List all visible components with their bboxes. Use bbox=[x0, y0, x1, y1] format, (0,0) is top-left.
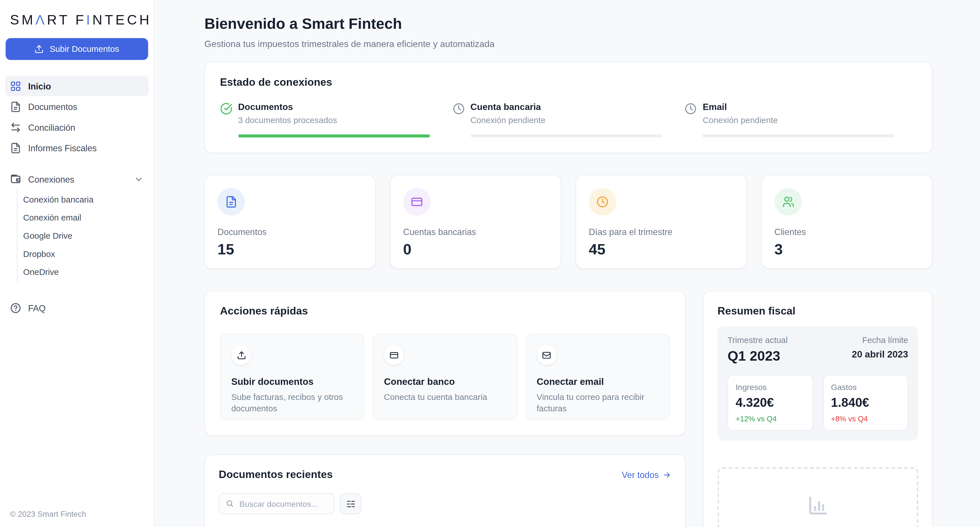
dashboard-icon bbox=[10, 80, 21, 91]
sidebar-item-informes-fiscales[interactable]: Informes Fiscales bbox=[5, 138, 149, 158]
sidebar: SMΛRTFINTECH Subir Documentos Inicio Doc… bbox=[0, 0, 154, 527]
view-all-link[interactable]: Ver todos bbox=[622, 470, 671, 480]
metric-value: 4.320€ bbox=[735, 396, 805, 410]
stat-card-clientes: Clientes 3 bbox=[761, 175, 932, 269]
action-description: Conecta tu cuenta bancaria bbox=[384, 392, 506, 403]
stat-label: Documentos bbox=[217, 227, 363, 237]
swap-arrows-icon bbox=[10, 122, 21, 133]
action-title: Conectar email bbox=[537, 376, 659, 387]
insufficient-data-text: Datos insuficientes bbox=[775, 525, 861, 527]
metric-delta: +8% vs Q4 bbox=[831, 414, 900, 423]
sidebar-item-label: FAQ bbox=[28, 303, 46, 313]
status-cuenta-bancaria: Cuenta bancaria Conexión pendiente bbox=[452, 102, 684, 138]
metric-gastos: Gastos 1.840€ +8% vs Q4 bbox=[823, 375, 908, 430]
brand-logo: SMΛRTFINTECH bbox=[0, 0, 154, 36]
help-circle-icon bbox=[10, 302, 21, 314]
metric-label: Gastos bbox=[831, 382, 900, 392]
quick-actions-card: Acciones rápidas Subir documentos Sube f… bbox=[204, 291, 686, 436]
main-content: Bienvenido a Smart Fintech Gestiona tus … bbox=[154, 0, 980, 527]
deadline-value: 20 abril 2023 bbox=[852, 349, 908, 359]
chevron-down-icon bbox=[134, 174, 143, 184]
wallet-icon bbox=[10, 174, 21, 185]
check-circle-icon bbox=[220, 103, 232, 115]
stat-value: 3 bbox=[774, 241, 919, 258]
sidebar-item-label: Conciliación bbox=[28, 122, 75, 132]
status-name: Email bbox=[703, 102, 894, 112]
fiscal-summary-title: Resumen fiscal bbox=[718, 305, 918, 318]
sidebar-subitem-conexion-bancaria[interactable]: Conexión bancaria bbox=[18, 191, 154, 209]
sidebar-section-conexiones: Conexiones Conexión bancaria Conexión em… bbox=[0, 169, 154, 282]
upload-documents-label: Subir Documentos bbox=[49, 45, 119, 54]
metric-label: Ingresos bbox=[735, 382, 805, 392]
deadline-label: Fecha límite bbox=[852, 336, 908, 345]
stat-value: 0 bbox=[403, 241, 548, 258]
page-subtitle: Gestiona tus impuestos trimestrales de m… bbox=[204, 39, 932, 49]
status-name: Cuenta bancaria bbox=[470, 102, 662, 112]
arrow-right-icon bbox=[663, 471, 671, 479]
sidebar-item-label: Informes Fiscales bbox=[28, 143, 97, 153]
sidebar-item-conexiones[interactable]: Conexiones bbox=[5, 169, 149, 189]
credit-card-icon bbox=[389, 350, 399, 360]
users-icon bbox=[782, 196, 795, 208]
status-name: Documentos bbox=[238, 102, 430, 112]
upload-icon bbox=[237, 350, 246, 360]
search-documents-input[interactable] bbox=[219, 493, 334, 514]
metric-delta: +12% vs Q4 bbox=[735, 414, 805, 423]
logo-segment-accent: I bbox=[86, 12, 92, 28]
page-title: Bienvenido a Smart Fintech bbox=[204, 15, 932, 32]
progress-bar bbox=[238, 134, 430, 138]
sliders-icon bbox=[346, 499, 355, 508]
progress-bar-fill bbox=[238, 134, 430, 138]
sidebar-item-conciliacion[interactable]: Conciliación bbox=[5, 117, 149, 137]
sidebar-item-documentos[interactable]: Documentos bbox=[5, 96, 149, 117]
bar-chart-icon bbox=[806, 494, 830, 517]
view-all-label: Ver todos bbox=[622, 470, 659, 480]
stat-label: Cuentas bancarias bbox=[403, 227, 548, 237]
copyright-text: © 2023 Smart Fintech bbox=[0, 510, 154, 527]
credit-card-icon bbox=[410, 196, 423, 208]
progress-bar bbox=[470, 134, 662, 138]
status-detail: Conexión pendiente bbox=[703, 116, 894, 125]
logo-segment-accent: Λ bbox=[35, 12, 47, 28]
sidebar-item-inicio[interactable]: Inicio bbox=[5, 75, 149, 96]
action-description: Vincula tu correo para recibir facturas bbox=[537, 392, 659, 415]
filter-button[interactable] bbox=[340, 493, 361, 514]
action-title: Subir documentos bbox=[231, 376, 353, 387]
fiscal-summary-card: Resumen fiscal Trimestre actual Q1 2023 … bbox=[703, 291, 932, 527]
insufficient-data-placeholder: Datos insuficientes bbox=[718, 468, 918, 527]
connections-status-grid: Documentos 3 documentos procesados Cuent… bbox=[220, 102, 917, 138]
action-subir-documentos[interactable]: Subir documentos Sube facturas, recibos … bbox=[220, 334, 365, 420]
status-email: Email Conexión pendiente bbox=[684, 102, 917, 138]
logo-segment: RT bbox=[47, 12, 70, 28]
connections-status-card: Estado de conexiones Documentos 3 docume… bbox=[204, 62, 932, 153]
stat-card-documentos: Documentos 15 bbox=[204, 175, 375, 269]
status-detail: 3 documentos procesados bbox=[238, 116, 430, 125]
app-window: SMΛRTFINTECH Subir Documentos Inicio Doc… bbox=[0, 0, 980, 527]
action-description: Sube facturas, recibos y otros documento… bbox=[231, 392, 353, 415]
file-text-icon bbox=[10, 142, 21, 153]
recent-documents-card: Documentos recientes Ver todos bbox=[204, 454, 686, 527]
sidebar-subitem-dropbox[interactable]: Dropbox bbox=[18, 245, 154, 263]
clock-icon bbox=[684, 103, 697, 115]
sidebar-subitem-onedrive[interactable]: OneDrive bbox=[18, 263, 154, 282]
stat-value: 45 bbox=[589, 241, 734, 258]
action-conectar-banco[interactable]: Conectar banco Conecta tu cuenta bancari… bbox=[372, 334, 517, 420]
conexiones-sublist: Conexión bancaria Conexión email Google … bbox=[17, 189, 154, 283]
progress-bar bbox=[703, 134, 894, 138]
status-documentos: Documentos 3 documentos procesados bbox=[220, 102, 452, 138]
upload-documents-button[interactable]: Subir Documentos bbox=[6, 38, 148, 60]
action-conectar-email[interactable]: Conectar email Vincula tu correo para re… bbox=[525, 334, 670, 420]
sidebar-subitem-google-drive[interactable]: Google Drive bbox=[18, 227, 154, 245]
stat-value: 15 bbox=[217, 241, 363, 258]
sidebar-item-faq[interactable]: FAQ bbox=[5, 298, 149, 318]
sidebar-subitem-conexion-email[interactable]: Conexión email bbox=[18, 209, 154, 227]
stat-label: Clientes bbox=[774, 227, 919, 237]
clock-icon bbox=[596, 196, 609, 208]
logo-segment: NTECH bbox=[92, 12, 151, 28]
file-text-icon bbox=[10, 101, 21, 112]
logo-segment: F bbox=[75, 12, 86, 28]
quick-actions-title: Acciones rápidas bbox=[220, 305, 670, 318]
fiscal-quarter-panel: Trimestre actual Q1 2023 Fecha límite 20… bbox=[718, 326, 918, 440]
action-title: Conectar banco bbox=[384, 376, 506, 387]
stat-label: Días para el trimestre bbox=[589, 227, 734, 237]
